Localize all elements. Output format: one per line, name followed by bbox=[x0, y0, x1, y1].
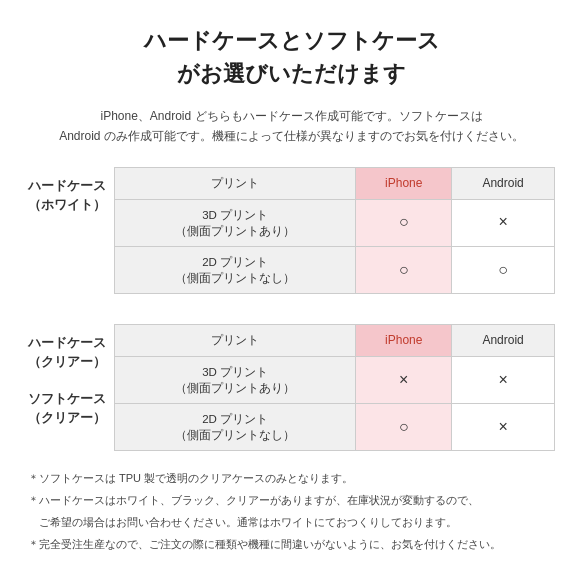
section-hard-white: ハードケース （ホワイト） プリント iPhone Android 3D プリン… bbox=[28, 167, 555, 294]
table-row: 2D プリント（側面プリントなし） ○ × bbox=[115, 403, 555, 450]
print-label-2-0: 3D プリント（側面プリントあり） bbox=[115, 356, 356, 403]
table-row: 2D プリント（側面プリントなし） ○ ○ bbox=[115, 246, 555, 293]
table-wrapper-1: ハードケース （ホワイト） プリント iPhone Android 3D プリン… bbox=[28, 167, 555, 294]
table-wrapper-2: ハードケース （クリアー） ソフトケース （クリアー） プリント iPhone … bbox=[28, 324, 555, 451]
print-label-1-0: 3D プリント（側面プリントあり） bbox=[115, 199, 356, 246]
row-label-1: ハードケース （ホワイト） bbox=[28, 167, 114, 215]
iphone-val-1-1: ○ bbox=[356, 246, 452, 293]
footer-note-3: ご希望の場合はお問い合わせください。通常はホワイトにておつくりしております。 bbox=[28, 513, 555, 533]
main-title: ハードケースとソフトケース がお選びいただけます bbox=[28, 24, 555, 90]
col-header-android-2: Android bbox=[452, 324, 555, 356]
col-header-print-2: プリント bbox=[115, 324, 356, 356]
footer-notes: ＊ソフトケースは TPU 製で透明のクリアケースのみとなります。 ＊ハードケース… bbox=[28, 469, 555, 554]
table-clear: プリント iPhone Android 3D プリント（側面プリントあり） × … bbox=[114, 324, 555, 451]
iphone-val-2-1: ○ bbox=[356, 403, 452, 450]
iphone-val-2-0: × bbox=[356, 356, 452, 403]
print-label-1-1: 2D プリント（側面プリントなし） bbox=[115, 246, 356, 293]
footer-note-1: ＊ソフトケースは TPU 製で透明のクリアケースのみとなります。 bbox=[28, 469, 555, 489]
section-clear: ハードケース （クリアー） ソフトケース （クリアー） プリント iPhone … bbox=[28, 324, 555, 451]
table-row: 3D プリント（側面プリントあり） ○ × bbox=[115, 199, 555, 246]
col-header-iphone-1: iPhone bbox=[356, 167, 452, 199]
col-header-print-1: プリント bbox=[115, 167, 356, 199]
iphone-val-1-0: ○ bbox=[356, 199, 452, 246]
android-val-1-1: ○ bbox=[452, 246, 555, 293]
android-val-1-0: × bbox=[452, 199, 555, 246]
col-header-android-1: Android bbox=[452, 167, 555, 199]
col-header-iphone-2: iPhone bbox=[356, 324, 452, 356]
android-val-2-1: × bbox=[452, 403, 555, 450]
print-label-2-1: 2D プリント（側面プリントなし） bbox=[115, 403, 356, 450]
row-label-2: ハードケース （クリアー） ソフトケース （クリアー） bbox=[28, 324, 114, 428]
footer-note-2: ＊ハードケースはホワイト、ブラック、クリアーがありますが、在庫状況が変動するので… bbox=[28, 491, 555, 511]
subtitle: iPhone、Android どちらもハードケース作成可能です。ソフトケースはA… bbox=[28, 106, 555, 147]
android-val-2-0: × bbox=[452, 356, 555, 403]
footer-note-4: ＊完全受注生産なので、ご注文の際に種類や機種に間違いがないように、お気を付けくだ… bbox=[28, 535, 555, 555]
table-row: 3D プリント（側面プリントあり） × × bbox=[115, 356, 555, 403]
table-hard-white: プリント iPhone Android 3D プリント（側面プリントあり） ○ … bbox=[114, 167, 555, 294]
